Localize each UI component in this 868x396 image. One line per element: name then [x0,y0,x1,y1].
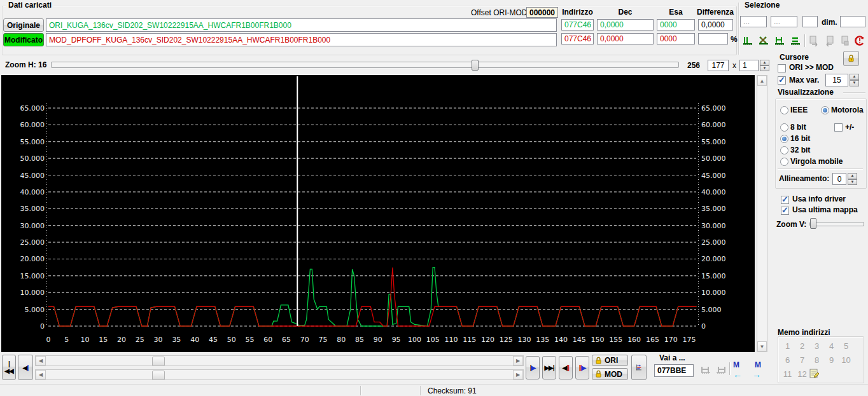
marker-next-button[interactable]: M→ [752,360,761,379]
svg-text:0: 0 [40,322,45,331]
svg-text:55: 55 [245,336,254,344]
svg-text:135: 135 [536,336,549,344]
memo-recall-icon-disabled [714,363,728,377]
svg-text:10.000: 10.000 [701,289,726,297]
usa-ultima-mappa-label: Usa ultima mappa [792,205,858,214]
lock-button[interactable] [843,51,859,66]
allineamento-label: Allineamento: [779,174,829,183]
memo-slot: 9 [824,353,839,367]
zoom-h-trackbar[interactable] [51,62,679,68]
ori-mod-checkbox[interactable] [778,64,786,72]
spin-down-icon[interactable]: ▼ [850,80,859,86]
spin-down-icon[interactable]: ▼ [760,65,769,71]
go-prev-button[interactable]: ◀| [18,355,33,380]
spin-up-icon[interactable]: ▲ [850,74,859,80]
vai-a-field[interactable]: 077BBE [654,364,694,377]
svg-text:65: 65 [282,336,291,344]
radio-virgola-mobile[interactable] [780,158,788,166]
selection-start-icon[interactable] [741,34,755,48]
scrollbar-thumb[interactable] [152,357,165,366]
svg-text:175: 175 [682,336,696,344]
svg-text:130: 130 [518,336,531,344]
mod-lock-button[interactable]: MOD [592,368,628,380]
copy-to-mod-icon-disabled [807,34,821,48]
col-header-indirizzo: Indirizzo [561,8,594,17]
ecu-editor-window: Dati caricati Originale ORI_KUGA_136cv_S… [0,0,868,396]
scroll-up-icon[interactable]: ▲ [757,76,767,86]
svg-text:0: 0 [46,336,51,344]
originale-file-field[interactable]: ORI_KUGA_136cv_SID202_SW10222915AA_HWCAF… [46,18,557,32]
modificato-file-field[interactable]: MOD_DPFOFF_KUGA_136cv_SID202_SW10222915A… [46,33,557,46]
spin-up-icon[interactable]: ▲ [848,173,857,179]
jump-back-button[interactable]: ◀|| [559,356,573,379]
scroll-left-icon[interactable]: ◀ [36,370,46,379]
radio-16bit[interactable] [780,135,788,143]
status-divider [420,386,421,395]
svg-text:50.000: 50.000 [20,154,45,163]
marker-prev-button[interactable]: M← [733,360,742,379]
zoom-v-trackbar[interactable] [809,222,864,226]
usa-info-driver-checkbox[interactable] [781,196,789,204]
scroll-right-icon[interactable]: ▶ [513,370,523,379]
max-var-spinner[interactable]: ▲ ▼ [850,74,859,86]
selection-width-icon[interactable] [773,34,787,48]
radio-motorola[interactable] [821,106,829,114]
scroll-down-icon[interactable]: ▼ [757,341,767,352]
dati-caricati-label: Dati caricati [6,1,53,10]
selection-height-icon[interactable] [788,34,802,48]
go-last-button[interactable]: ▶▶| [542,356,556,379]
scroll-right-icon[interactable]: ▶ [513,356,523,365]
map-width-field[interactable]: 177 [708,60,729,71]
graph-vertical-scrollbar[interactable]: ▲ ▼ [757,75,767,352]
map-height-field[interactable]: 1 [739,60,759,71]
go-first-button[interactable]: |◀◀ [2,355,16,380]
selezione-from-field[interactable]: ... [740,16,767,27]
allineamento-spinner[interactable]: ▲ ▼ [848,173,857,185]
compare-view-button[interactable] [631,355,647,380]
checksum-icon[interactable] [853,34,867,48]
svg-text:90: 90 [374,336,382,344]
mod-dec-field: 0,0000 [597,33,654,44]
zoom-h-thumb[interactable] [472,60,479,71]
usa-ultima-mappa-checkbox[interactable] [781,207,789,215]
svg-text:30: 30 [154,336,163,344]
svg-text:10.000: 10.000 [20,289,45,297]
radio-8bit[interactable] [780,123,788,132]
x-axis-labels: 0510152025303540455055606570758085909510… [46,336,696,344]
scroll-left-icon[interactable]: ◀ [36,356,46,365]
selezione-small-field[interactable] [802,16,818,27]
hex-graph-view[interactable]: 05.00010.00015.00020.00025.00030.00035.0… [1,75,755,352]
spin-down-icon[interactable]: ▼ [848,179,857,186]
zoom-v-thumb[interactable] [810,218,816,229]
svg-text:55.000: 55.000 [20,138,45,146]
radio-32bit[interactable] [780,146,788,154]
plusminus-checkbox[interactable] [834,123,843,132]
selection-cancel-icon[interactable] [757,34,771,48]
jump-fwd-button[interactable]: ||▶ [575,356,589,379]
allineamento-field[interactable]: 0 [832,173,846,185]
graph-scrollbar-mod[interactable]: ◀ ▶ [35,369,524,380]
graph-scrollbar-ori[interactable]: ◀ ▶ [35,355,524,366]
step-fwd-button[interactable]: |▶ [526,356,540,379]
padlock-icon [848,53,855,64]
ori-series-line [48,268,697,326]
offset-ori-mod-field[interactable]: 000000 [526,7,558,18]
max-var-checkbox[interactable] [778,76,786,85]
divider [778,168,863,169]
selezione-to-field[interactable]: ... [771,16,797,27]
ori-lock-button[interactable]: ORI [592,355,628,366]
memo-note-icon[interactable] [809,367,820,381]
memo-slot: 1 [780,339,795,353]
radio-ieee[interactable] [780,106,788,114]
modificato-button[interactable]: Modificato [3,33,44,46]
scrollbar-thumb[interactable] [152,371,165,380]
svg-text:45.000: 45.000 [701,172,726,180]
svg-text:30.000: 30.000 [20,222,45,230]
svg-text:160: 160 [627,336,641,344]
spin-up-icon[interactable]: ▲ [760,60,769,65]
originale-button[interactable]: Originale [3,18,44,32]
selezione-label: Selezione [745,1,780,10]
max-var-field[interactable]: 15 [825,74,848,86]
dim-field[interactable] [840,16,865,27]
map-size-spinner[interactable]: ▲ ▼ [760,60,769,71]
